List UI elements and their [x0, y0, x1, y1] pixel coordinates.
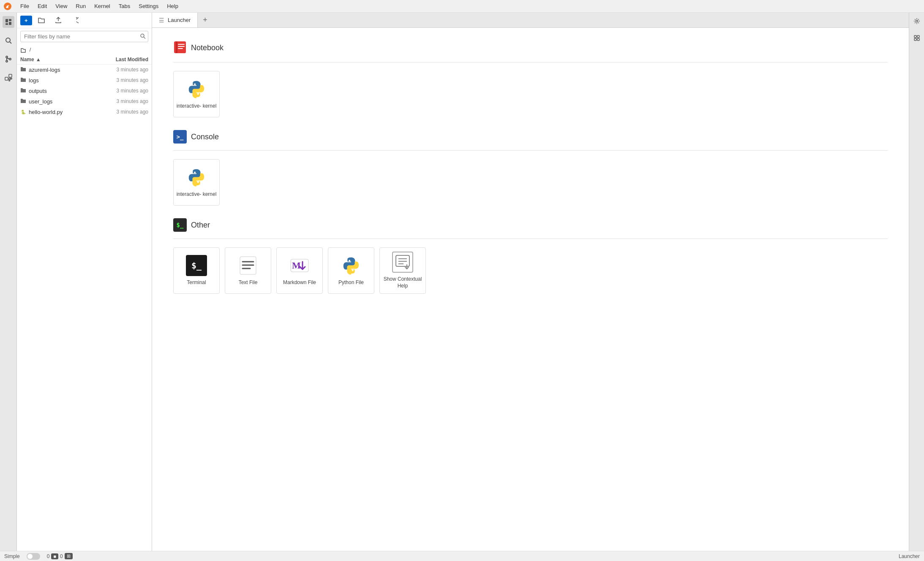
- add-tab-button[interactable]: +: [198, 13, 213, 27]
- status-bar: Simple 0 ■ 0 ⊞ Launcher: [0, 551, 924, 561]
- file-search-box: [20, 31, 148, 42]
- status-right: Launcher: [899, 553, 920, 559]
- launcher-tab-icon: ☰: [159, 17, 164, 24]
- upload-button[interactable]: [51, 15, 66, 25]
- svg-point-5: [6, 38, 10, 42]
- terminal-badge-icon: ⊞: [65, 553, 73, 559]
- kernel-badge-icon: ■: [51, 553, 58, 559]
- search-input[interactable]: [20, 31, 148, 42]
- search-submit-button[interactable]: [140, 33, 146, 40]
- list-item[interactable]: outputs 3 minutes ago: [17, 86, 152, 96]
- kernel-count-badge: 0 ■ 0 ⊞: [47, 553, 73, 559]
- right-settings-icon[interactable]: [912, 16, 922, 26]
- markdown-file-card[interactable]: M Markdown File: [276, 247, 323, 294]
- refresh-button[interactable]: [68, 15, 83, 25]
- app-logo: [3, 2, 12, 11]
- menu-edit[interactable]: Edit: [34, 2, 50, 11]
- list-item[interactable]: 🐍 hello-world.py 3 minutes ago: [17, 107, 152, 117]
- file-list: azureml-logs 3 minutes ago logs 3 minute…: [17, 65, 152, 561]
- other-section-header: $_ Other: [173, 218, 888, 232]
- svg-rect-4: [5, 23, 8, 25]
- contextual-help-card[interactable]: Show Contextual Help: [379, 247, 426, 294]
- activity-bar: [0, 13, 17, 561]
- text-file-card[interactable]: Text File: [225, 247, 271, 294]
- svg-rect-15: [11, 78, 12, 79]
- activity-files-icon[interactable]: [3, 16, 14, 28]
- folder-icon: [20, 98, 26, 105]
- svg-rect-1: [5, 19, 8, 22]
- activity-extensions-icon[interactable]: [3, 72, 14, 84]
- main-content: ☰ Launcher + Notebook: [152, 13, 909, 561]
- file-modified: 3 minutes ago: [98, 67, 148, 73]
- notebook-divider: [173, 62, 888, 62]
- python-file-icon: 🐍: [20, 108, 26, 116]
- right-tools-icon[interactable]: [912, 33, 922, 43]
- svg-rect-45: [914, 38, 916, 41]
- other-section-icon: $_: [173, 218, 187, 232]
- new-launcher-button[interactable]: +: [20, 16, 32, 25]
- svg-rect-46: [917, 38, 919, 41]
- svg-rect-22: [176, 41, 177, 53]
- tab-bar: ☰ Launcher +: [152, 13, 909, 28]
- svg-point-29: [197, 182, 199, 183]
- terminal-card[interactable]: $_ Terminal: [173, 247, 220, 294]
- simple-mode-toggle[interactable]: [27, 553, 40, 560]
- activity-search-icon[interactable]: [3, 35, 14, 46]
- svg-point-17: [141, 34, 144, 37]
- svg-point-27: [197, 93, 199, 95]
- tab-label: Launcher: [168, 17, 191, 23]
- notebook-section-title: Notebook: [191, 43, 224, 52]
- activity-git-icon[interactable]: [3, 53, 14, 65]
- svg-point-7: [6, 56, 8, 58]
- breadcrumb: /: [17, 45, 152, 55]
- tab-launcher[interactable]: ☰ Launcher: [152, 13, 198, 27]
- python-file-label: Python File: [338, 279, 364, 286]
- contextual-help-label: Show Contextual Help: [380, 276, 425, 289]
- terminal-label: Terminal: [187, 279, 206, 286]
- menu-file[interactable]: File: [17, 2, 33, 11]
- console-section-icon: >_: [173, 130, 187, 144]
- terminal-icon: $_: [186, 255, 207, 276]
- svg-rect-12: [5, 77, 8, 80]
- toggle-knob: [27, 554, 33, 559]
- svg-point-8: [6, 60, 8, 62]
- contextual-help-icon: [392, 252, 413, 273]
- launcher-panel: Notebook interactive-: [152, 28, 909, 561]
- notebook-section-header: Notebook: [173, 41, 888, 55]
- svg-rect-24: [178, 46, 185, 47]
- list-item[interactable]: logs 3 minutes ago: [17, 75, 152, 86]
- menu-run[interactable]: Run: [72, 2, 89, 11]
- console-python-card[interactable]: interactive- kernel: [173, 159, 220, 206]
- console-kernel-label: interactive- kernel: [177, 191, 217, 198]
- menu-tabs[interactable]: Tabs: [115, 2, 134, 11]
- console-section-header: >_ Console: [173, 130, 888, 144]
- svg-text:🐍: 🐍: [21, 109, 26, 114]
- menu-settings[interactable]: Settings: [135, 2, 162, 11]
- svg-text:M: M: [292, 260, 301, 271]
- menu-kernel[interactable]: Kernel: [91, 2, 114, 11]
- menu-help[interactable]: Help: [164, 2, 182, 11]
- file-name: logs: [29, 77, 98, 84]
- svg-point-36: [349, 260, 350, 262]
- open-folder-button[interactable]: [34, 15, 49, 25]
- folder-icon: [20, 77, 26, 84]
- list-item[interactable]: user_logs 3 minutes ago: [17, 96, 152, 107]
- console-cards: interactive- kernel: [173, 159, 888, 206]
- sort-modified-column[interactable]: Last Modified: [98, 57, 148, 62]
- svg-rect-23: [178, 44, 185, 45]
- svg-line-6: [10, 42, 11, 43]
- markdown-file-label: Markdown File: [283, 279, 316, 286]
- menu-view[interactable]: View: [52, 2, 71, 11]
- python-notebook-icon: [186, 79, 207, 100]
- list-item[interactable]: azureml-logs 3 minutes ago: [17, 65, 152, 75]
- other-cards: $_ Terminal Text File: [173, 247, 888, 294]
- file-list-header: Name ▲ Last Modified: [17, 55, 152, 65]
- svg-point-9: [9, 58, 11, 60]
- python-file-card[interactable]: Python File: [328, 247, 374, 294]
- file-browser-sidebar: +: [17, 13, 152, 561]
- notebook-cards: interactive- kernel: [173, 71, 888, 117]
- svg-rect-43: [914, 35, 916, 38]
- notebook-python-card[interactable]: interactive- kernel: [173, 71, 220, 117]
- svg-rect-3: [9, 22, 11, 25]
- sort-name-column[interactable]: Name ▲: [20, 57, 98, 62]
